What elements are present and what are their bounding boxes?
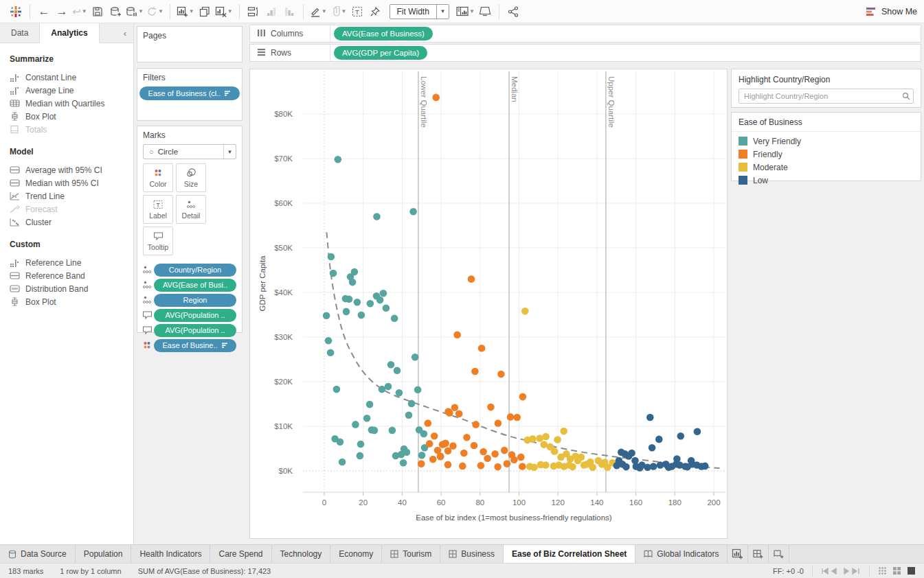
marks-detail-button[interactable]: Detail bbox=[176, 195, 206, 224]
mark-circle[interactable] bbox=[358, 312, 365, 319]
mark-circle[interactable] bbox=[400, 459, 407, 467]
mark-circle[interactable] bbox=[373, 213, 381, 220]
pager-icon[interactable] bbox=[821, 568, 861, 575]
mark-circle[interactable] bbox=[554, 436, 561, 443]
mark-circle[interactable] bbox=[701, 463, 709, 470]
mark-circle[interactable] bbox=[440, 441, 448, 448]
redo-arrow-button[interactable]: → bbox=[53, 3, 71, 21]
mark-circle[interactable] bbox=[646, 414, 654, 421]
mark-circle[interactable] bbox=[650, 463, 657, 470]
highlight-pen-button[interactable]: ▼ bbox=[308, 3, 328, 21]
mark-circle[interactable] bbox=[429, 456, 437, 463]
mark-circle[interactable] bbox=[363, 415, 371, 422]
detail-dots-icon[interactable] bbox=[140, 280, 154, 290]
mark-circle[interactable] bbox=[444, 461, 452, 469]
pane-item-trend-line[interactable]: Trend Line bbox=[0, 189, 133, 203]
mark-circle[interactable] bbox=[530, 464, 538, 472]
mark-circle[interactable] bbox=[432, 94, 440, 102]
legend-item[interactable]: Very Friendly bbox=[732, 135, 921, 148]
mark-circle[interactable] bbox=[408, 400, 416, 408]
mark-circle[interactable] bbox=[357, 452, 364, 460]
mark-circle[interactable] bbox=[655, 436, 663, 443]
mark-circle[interactable] bbox=[385, 383, 392, 391]
mark-circle[interactable] bbox=[387, 361, 395, 369]
show-me-button[interactable]: Show Me bbox=[865, 6, 917, 17]
mark-circle[interactable] bbox=[352, 421, 359, 428]
mark-circle[interactable] bbox=[396, 389, 403, 397]
clear-sheet-button[interactable]: ▼ bbox=[214, 3, 234, 21]
sheet-tab-care-spend[interactable]: Care Spend bbox=[210, 545, 271, 563]
mark-circle[interactable] bbox=[519, 463, 526, 470]
mark-circle[interactable] bbox=[349, 279, 357, 286]
mark-circle[interactable] bbox=[504, 460, 511, 467]
current-view-button[interactable] bbox=[907, 566, 916, 575]
pane-item-average-with-95-ci[interactable]: Average with 95% CI bbox=[0, 163, 133, 176]
mark-circle[interactable] bbox=[542, 433, 550, 441]
chevron-down-icon[interactable]: ▼ bbox=[223, 145, 236, 159]
fit-dropdown[interactable]: Fit Width▼ bbox=[390, 4, 449, 19]
mark-circle[interactable] bbox=[366, 401, 374, 408]
mark-circle[interactable] bbox=[346, 296, 353, 303]
new-dashboard-button[interactable] bbox=[748, 545, 769, 563]
mark-circle[interactable] bbox=[497, 371, 505, 378]
mark-circle[interactable] bbox=[426, 440, 433, 448]
new-worksheet-button[interactable]: ▼ bbox=[175, 3, 196, 21]
trend-line[interactable] bbox=[326, 232, 719, 468]
mark-circle[interactable] bbox=[587, 459, 594, 466]
mark-circle[interactable] bbox=[491, 450, 499, 458]
filters-card[interactable]: Filters Ease of Business (cl.. bbox=[137, 68, 243, 121]
pane-item-box-plot[interactable]: Box Plot bbox=[0, 110, 133, 123]
pane-item-distribution-band[interactable]: Distribution Band bbox=[0, 282, 133, 295]
marks-size-button[interactable]: Size bbox=[176, 163, 206, 192]
pause-updates-button[interactable]: ▼ bbox=[124, 3, 145, 21]
mark-circle[interactable] bbox=[468, 275, 475, 283]
field-pill[interactable]: Ease of Business (cl.. bbox=[139, 86, 240, 100]
mark-circle[interactable] bbox=[480, 448, 487, 456]
mark-circle[interactable] bbox=[478, 345, 486, 352]
mark-circle[interactable] bbox=[560, 428, 567, 435]
mark-circle[interactable] bbox=[513, 414, 521, 421]
mark-circle[interactable] bbox=[405, 412, 413, 419]
pages-card[interactable]: Pages bbox=[137, 26, 243, 62]
mark-circle[interactable] bbox=[357, 441, 365, 448]
show-cards-button[interactable]: ▼ bbox=[455, 3, 476, 21]
mark-circle[interactable] bbox=[501, 447, 508, 454]
chart-area[interactable]: 020406080100120140160180200$0K$10K$20K$3… bbox=[249, 69, 728, 539]
mark-circle[interactable] bbox=[354, 299, 361, 306]
duplicate-sheet-button[interactable] bbox=[196, 3, 214, 21]
field-pill[interactable]: AVG(Population .. bbox=[154, 324, 236, 337]
mark-circle[interactable] bbox=[551, 448, 559, 455]
mark-circle[interactable] bbox=[684, 463, 691, 471]
mark-circle[interactable] bbox=[328, 253, 335, 261]
mark-circle[interactable] bbox=[431, 432, 438, 440]
mark-circle[interactable] bbox=[451, 404, 459, 411]
mark-circle[interactable] bbox=[521, 308, 529, 315]
mark-circle[interactable] bbox=[418, 460, 425, 467]
rows-shelf[interactable]: Rows AVG(GDP per Capita) bbox=[249, 44, 921, 62]
mark-circle[interactable] bbox=[622, 463, 630, 471]
mark-circle[interactable] bbox=[694, 428, 701, 436]
sheet-tab-population[interactable]: Population bbox=[76, 545, 132, 563]
undo-arrow-button[interactable]: ← bbox=[35, 3, 53, 21]
marks-card[interactable]: Marks ○ Circle ▼ ColorSizeTLabelDetailTo… bbox=[137, 126, 243, 333]
share-button[interactable] bbox=[504, 3, 522, 21]
mark-circle[interactable] bbox=[569, 463, 576, 471]
mark-circle[interactable] bbox=[618, 448, 625, 456]
mark-circle[interactable] bbox=[323, 312, 330, 320]
mark-circle[interactable] bbox=[510, 456, 518, 464]
mark-circle[interactable] bbox=[495, 419, 502, 427]
mark-circle[interactable] bbox=[446, 409, 453, 417]
mark-circle[interactable] bbox=[331, 435, 339, 443]
mark-circle[interactable] bbox=[665, 464, 673, 472]
legend-item[interactable]: Moderate bbox=[732, 161, 921, 174]
mark-circle[interactable] bbox=[376, 297, 384, 304]
mark-circle[interactable] bbox=[425, 419, 432, 427]
sheet-tab-technology[interactable]: Technology bbox=[272, 545, 331, 563]
mark-circle[interactable] bbox=[477, 462, 485, 470]
mark-circle[interactable] bbox=[677, 432, 685, 440]
mark-circle[interactable] bbox=[507, 413, 515, 421]
field-pill[interactable]: AVG(Ease of Business) bbox=[334, 27, 433, 41]
sheet-tab-tourism[interactable]: Tourism bbox=[382, 545, 440, 563]
marks-label-button[interactable]: TLabel bbox=[143, 195, 173, 224]
sheet-tab-economy[interactable]: Economy bbox=[330, 545, 382, 563]
